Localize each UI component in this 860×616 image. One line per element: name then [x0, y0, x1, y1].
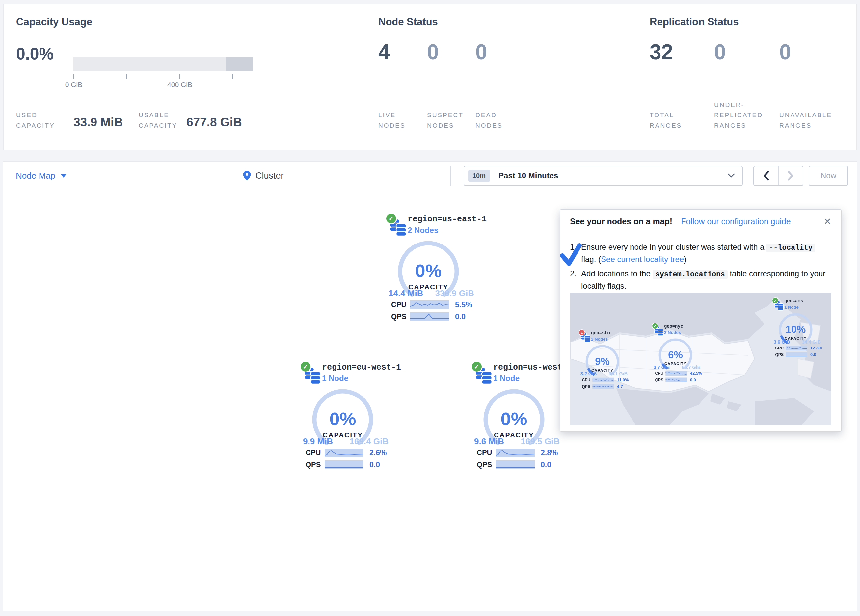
time-step-forward-button[interactable]: [778, 166, 803, 185]
step-1: 1. Ensure every node in your cluster was…: [570, 241, 832, 265]
total-ranges-label: TOTAL RANGES: [650, 110, 692, 131]
locality-node-count: 2 Nodes: [591, 337, 608, 342]
node-map-canvas: ✓ region=us-east-1 2 Nodes 0% CAPACITY 1…: [3, 190, 857, 611]
live-nodes-count: 4: [378, 40, 390, 64]
now-button[interactable]: Now: [809, 166, 848, 186]
capacity-percent: 0%: [479, 408, 549, 429]
qps-label: QPS: [391, 312, 410, 321]
time-step-buttons: [753, 166, 804, 186]
qps-metric-row: QPS 0.0: [775, 352, 822, 357]
capacity-percent: 0%: [394, 260, 463, 281]
qps-metric-row: QPS 0.0: [391, 312, 477, 321]
error-count: 1: [581, 331, 583, 335]
qps-sparkline: [496, 460, 535, 469]
cpu-label: CPU: [477, 448, 496, 457]
used-capacity: 14.4 MiB: [389, 288, 424, 298]
cpu-value: 42.5%: [690, 371, 702, 376]
capacity-bar: [74, 57, 253, 71]
locality-node-eu-west-1[interactable]: ✓ region=eu-west-1 1 Node 0% CAPACITY 9.…: [296, 361, 395, 470]
time-range-select[interactable]: 10m Past 10 Minutes: [464, 166, 743, 186]
used-capacity-value: 33.9 MiB: [74, 116, 123, 129]
locality-node-count: 1 Node: [784, 305, 799, 310]
locality-node-us-west-1[interactable]: ✓ region=us-west-1 1 Node 0% CAPACITY 9.…: [468, 361, 566, 470]
qps-label: QPS: [655, 378, 665, 382]
cpu-label: CPU: [655, 371, 665, 376]
status-ok-badge: ✓: [772, 298, 779, 304]
map-configuration-popup: See your nodes on a map! Follow our conf…: [560, 209, 841, 432]
locality-node-count-link[interactable]: 1 Node: [493, 374, 519, 383]
code-locality-flag: --locality: [766, 243, 815, 252]
cpu-metric-row: CPU 2.6%: [306, 448, 391, 458]
breadcrumb[interactable]: Cluster: [243, 161, 284, 190]
step-text-segment: Ensure every node in your cluster was st…: [581, 243, 766, 251]
node-status-title: Node Status: [378, 16, 438, 28]
used-capacity: 3.2 GiB: [581, 371, 596, 376]
under-replicated-label: UNDER-REPLICATED RANGES: [714, 100, 770, 131]
mini-locality-node-nyc: ✓ geo=nyc 2 Nodes 6%: [650, 323, 704, 383]
step-text-segment: Add locations to the: [581, 269, 653, 278]
usable-capacity: 65.7 GiB: [682, 364, 701, 370]
chevron-right-icon: [788, 171, 794, 181]
qps-metric-row: QPS 4.7: [582, 384, 629, 389]
chevron-down-icon: [728, 173, 735, 178]
view-selector-label: Node Map: [16, 171, 55, 181]
capacity-percent: 9%: [584, 356, 621, 367]
close-icon[interactable]: ✕: [824, 216, 831, 227]
step-2: 2. Add locations to the system.locations…: [570, 268, 832, 292]
configuration-guide-link[interactable]: Follow our configuration guide: [681, 217, 791, 226]
capacity-percent: 0.0%: [16, 44, 54, 64]
locality-node-count-link[interactable]: 2 Nodes: [408, 226, 438, 235]
usable-capacity: 338.9 GiB: [435, 288, 474, 298]
qps-metric-row: QPS 0.0: [306, 460, 391, 469]
usable-capacity: 34.4 GiB: [802, 339, 821, 345]
locality-node-count-link[interactable]: 1 Node: [322, 374, 348, 383]
check-icon: ✓: [303, 363, 309, 370]
replication-status-title: Replication Status: [650, 16, 739, 28]
cpu-value: 2.6%: [369, 448, 386, 458]
time-range-label: Past 10 Minutes: [499, 171, 558, 180]
status-ok-badge: ✓: [652, 323, 659, 329]
usable-capacity: 35.1 GiB: [609, 371, 628, 376]
status-ok-badge: ✓: [300, 361, 311, 373]
status-ok-badge: ✓: [385, 213, 397, 224]
usable-capacity-label: USABLE CAPACITY: [139, 110, 193, 131]
used-capacity: 3.7 GiB: [654, 364, 670, 370]
cpu-sparkline: [592, 378, 614, 382]
cpu-metric-row: CPU 42.5%: [655, 371, 702, 376]
locality-name: geo=nyc: [664, 324, 683, 329]
time-step-back-button[interactable]: [754, 166, 778, 185]
cpu-sparkline: [410, 301, 449, 309]
capacity-percent: 0%: [308, 408, 377, 429]
cpu-value: 12.3%: [810, 345, 822, 350]
cpu-metric-row: CPU 11.0%: [582, 378, 629, 382]
cpu-sparkline: [665, 371, 687, 376]
used-capacity: 9.6 MiB: [474, 436, 504, 447]
view-selector-dropdown[interactable]: Node Map: [16, 161, 66, 190]
locality-node-us-east-1[interactable]: ✓ region=us-east-1 2 Nodes 0% CAPACITY 1…: [382, 213, 481, 323]
toolbar-divider: [450, 166, 451, 186]
cpu-value: 5.5%: [455, 301, 472, 309]
step-text-segment: table corresponding to: [728, 269, 810, 278]
axis-tick: [179, 74, 180, 78]
locality-node-count: 2 Nodes: [664, 330, 681, 335]
caret-down-icon: [61, 174, 66, 178]
step-text-segment: flag. (: [581, 255, 601, 263]
cpu-sparkline: [496, 448, 535, 457]
axis-tick-label: 400 GiB: [154, 81, 206, 89]
cockroachdb-node-map-page: Capacity Usage 0.0% 0 GiB 400 GiB USED C…: [0, 0, 860, 616]
used-capacity: 3.6 GiB: [774, 339, 790, 345]
status-ok-badge: ✓: [471, 361, 483, 373]
step-complete-check-icon: [560, 243, 582, 267]
cpu-metric-row: CPU 12.3%: [775, 345, 822, 350]
qps-sparkline: [325, 460, 364, 469]
qps-sparkline: [665, 378, 687, 382]
qps-label: QPS: [477, 460, 496, 469]
unavailable-label: UNAVAILABLE RANGES: [779, 110, 845, 131]
usable-capacity-value: 677.8 GiB: [186, 116, 242, 129]
locality-tree-link[interactable]: See current locality tree: [601, 255, 684, 263]
usable-capacity: 169.4 GiB: [349, 436, 389, 447]
check-icon: ✓: [474, 363, 480, 370]
popup-title: See your nodes on a map!: [570, 217, 672, 226]
time-range-badge: 10m: [468, 170, 490, 182]
view-toolbar: Node Map Cluster 10m Past 10 Minutes: [3, 161, 857, 190]
